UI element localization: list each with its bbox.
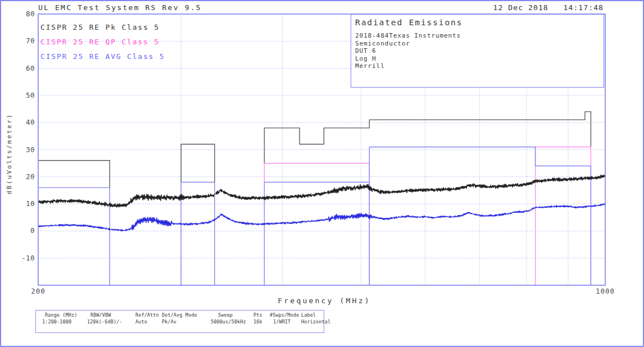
avg-trace <box>38 203 605 231</box>
y-tick-label: 70 <box>1 36 35 45</box>
column-value: 5000us/50kHz <box>211 319 246 325</box>
pk-trace <box>38 175 605 208</box>
column-value: 1/WRIT <box>273 319 291 325</box>
info-line: Log H <box>355 55 377 62</box>
y-tick-label: -10 <box>1 254 35 262</box>
y-tick-label: 50 <box>1 91 35 99</box>
column-value: 1:200-1000 <box>42 319 71 325</box>
column-header: Label <box>301 312 316 318</box>
column-header: #Swps/Mode <box>270 312 299 318</box>
limit-line <box>38 161 110 188</box>
x-tick-label: 200 <box>31 287 46 295</box>
y-tick-label: 60 <box>1 64 35 72</box>
column-header: Range (MHz) <box>45 312 77 318</box>
x-axis-title: Frequency (MHz) <box>278 296 370 305</box>
column-value: 16k <box>253 319 262 325</box>
emc-test-system-window: UL EMC Test System RS Rev 9.5 12 Dec 201… <box>0 0 644 347</box>
legend-item-avg: CISPR 25 RE AVG Class 5 <box>40 52 165 61</box>
info-box: Radiated Emissions 2018-484Texas Instrum… <box>351 14 604 88</box>
limit-line <box>264 163 369 285</box>
limit-line <box>536 147 591 285</box>
y-tick-label: 30 <box>1 145 35 154</box>
info-line: DUT 6 <box>355 47 377 54</box>
limit-line <box>264 112 591 163</box>
column-value: Horizontal <box>301 319 330 325</box>
column-value: 120k(-6dB)/- <box>87 319 123 325</box>
date-label: 12 Dec 2018 <box>493 3 548 12</box>
column-header: Det/Avg Mode <box>162 312 197 318</box>
time-label: 14:17:48 <box>564 3 604 12</box>
column-value: Pk/Av <box>162 319 176 325</box>
y-tick-label: 10 <box>1 199 35 208</box>
legend-item-qp: CISPR 25 RE QP Class 5 <box>40 38 160 46</box>
info-line: Merrill <box>355 62 385 70</box>
timestamp: 12 Dec 2018 14:17:48 <box>493 3 604 12</box>
limit-line <box>181 144 215 182</box>
info-line: 2018-484Texas Instruments <box>355 32 461 39</box>
column-header: Sweep <box>218 312 233 318</box>
y-tick-label: 40 <box>1 118 35 126</box>
info-line: Semiconductor <box>355 40 410 47</box>
info-box-title: Radiated Emissions <box>355 18 462 27</box>
column-header: RBW/VBW <box>90 312 111 318</box>
y-tick-label: 20 <box>1 172 35 181</box>
window-title: UL EMC Test System RS Rev 9.5 <box>38 3 202 12</box>
column-header: Pts <box>253 312 262 318</box>
timestamp-gap <box>548 3 564 12</box>
column-value: Auto <box>135 319 147 325</box>
y-tick-label: 0 <box>1 226 35 235</box>
sweep-settings-table: Range (MHz)1:200-1000RBW/VBW120k(-6dB)/-… <box>35 310 324 333</box>
column-header: Ref/Attn <box>135 312 159 318</box>
x-tick-label: 1000 <box>596 287 615 295</box>
y-tick-label: 80 <box>1 10 35 18</box>
legend-item-pk: CISPR 25 RE Pk Class 5 <box>40 23 160 31</box>
